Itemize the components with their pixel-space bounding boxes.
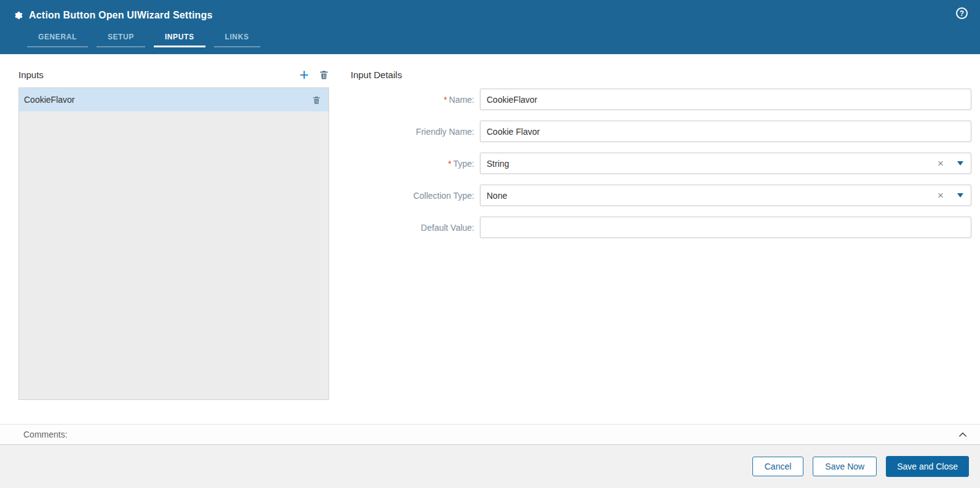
help-icon[interactable]: ?: [956, 7, 968, 19]
collection-type-dropdown-value: None: [487, 191, 938, 201]
inputs-panel-title: Inputs: [18, 70, 44, 80]
row-delete-icon[interactable]: [312, 95, 321, 105]
required-marker: *: [444, 95, 447, 105]
clear-icon[interactable]: ×: [938, 158, 944, 169]
form-row-collection-type: Collection Type: None ×: [351, 185, 971, 206]
friendly-name-field[interactable]: [480, 121, 971, 142]
delete-input-button[interactable]: [319, 70, 329, 80]
input-details-panel: Input Details *Name: Friendly Name: *Typ…: [351, 65, 971, 424]
save-now-button[interactable]: Save Now: [813, 457, 877, 476]
form-row-default-value: Default Value:: [351, 217, 971, 238]
gear-icon: [12, 10, 23, 21]
type-dropdown[interactable]: String ×: [480, 153, 971, 174]
save-and-close-button[interactable]: Save and Close: [886, 456, 969, 477]
chevron-down-icon[interactable]: [957, 161, 963, 166]
inputs-panel-header: Inputs +: [18, 65, 329, 84]
tab-bar: GENERAL SETUP INPUTS LINKS: [0, 27, 980, 47]
default-value-label: Default Value:: [351, 223, 480, 233]
tab-links[interactable]: LINKS: [214, 27, 260, 47]
inputs-list[interactable]: CookieFlavor: [18, 87, 329, 400]
required-marker: *: [448, 159, 451, 169]
add-input-button[interactable]: +: [300, 68, 309, 81]
input-details-header: Input Details: [351, 65, 971, 84]
cancel-button[interactable]: Cancel: [752, 457, 804, 476]
chevron-down-icon[interactable]: [957, 193, 963, 198]
list-item-label: CookieFlavor: [24, 95, 312, 105]
chevron-up-icon[interactable]: [958, 431, 968, 438]
name-label: *Name:: [351, 95, 480, 105]
form-row-friendly-name: Friendly Name:: [351, 121, 971, 142]
type-dropdown-value: String: [487, 159, 938, 169]
footer: Cancel Save Now Save and Close: [0, 445, 980, 488]
dialog-title: Action Button Open UIWizard Settings: [29, 10, 213, 21]
collection-type-dropdown[interactable]: None ×: [480, 185, 971, 206]
default-value-field[interactable]: [480, 217, 971, 238]
friendly-name-label: Friendly Name:: [351, 127, 480, 137]
list-item-cookieflavor[interactable]: CookieFlavor: [19, 88, 329, 111]
title-row: Action Button Open UIWizard Settings ?: [0, 0, 980, 23]
tab-inputs[interactable]: INPUTS: [154, 27, 205, 47]
type-label: *Type:: [351, 159, 480, 169]
inputs-panel: Inputs + CookieFlavor: [18, 65, 329, 424]
dialog-header: Action Button Open UIWizard Settings ? G…: [0, 0, 980, 54]
comments-label: Comments:: [23, 430, 958, 439]
main-content: Inputs + CookieFlavor Input Details: [0, 54, 980, 424]
form-row-name: *Name:: [351, 89, 971, 110]
collection-type-label: Collection Type:: [351, 191, 480, 201]
clear-icon[interactable]: ×: [938, 190, 944, 201]
form-row-type: *Type: String ×: [351, 153, 971, 174]
input-details-title: Input Details: [351, 70, 402, 80]
name-field[interactable]: [480, 89, 971, 110]
settings-dialog: Action Button Open UIWizard Settings ? G…: [0, 0, 980, 488]
comments-bar: Comments:: [0, 424, 980, 445]
tab-setup[interactable]: SETUP: [97, 27, 145, 47]
tab-general[interactable]: GENERAL: [27, 27, 88, 47]
